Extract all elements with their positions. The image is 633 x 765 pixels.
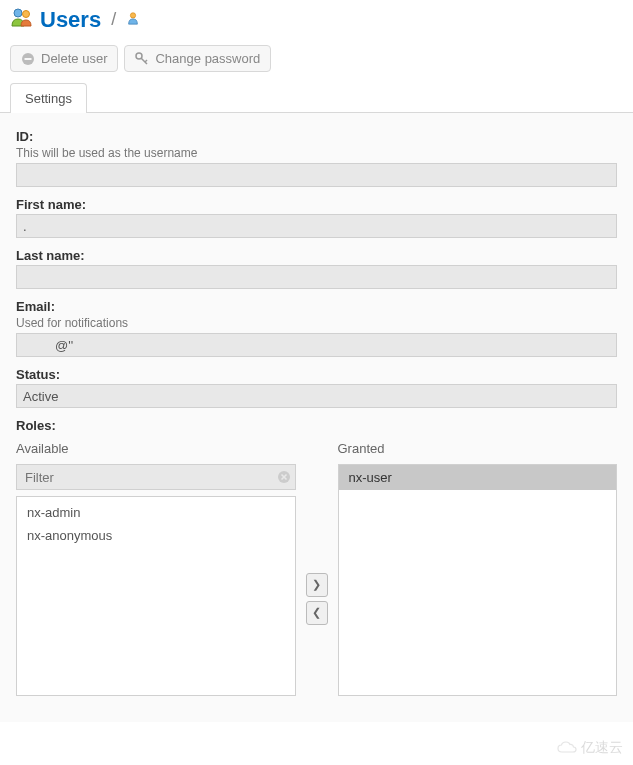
- available-list[interactable]: nx-admin nx-anonymous: [16, 496, 296, 696]
- id-label: ID:: [16, 129, 617, 144]
- email-input[interactable]: [16, 333, 617, 357]
- email-label: Email:: [16, 299, 617, 314]
- filter-wrap: [16, 464, 296, 490]
- svg-rect-4: [25, 58, 32, 60]
- form-group-email: Email: Used for notifications: [16, 299, 617, 357]
- page-header: Users /: [0, 0, 633, 43]
- move-left-button[interactable]: ❮: [306, 601, 328, 625]
- watermark: 亿速云: [556, 739, 623, 757]
- breadcrumb-separator: /: [111, 9, 116, 30]
- svg-point-2: [131, 13, 136, 18]
- tab-settings[interactable]: Settings: [10, 83, 87, 113]
- form-group-last-name: Last name:: [16, 248, 617, 289]
- minus-circle-icon: [21, 52, 35, 66]
- last-name-input[interactable]: [16, 265, 617, 289]
- change-password-button[interactable]: Change password: [124, 45, 271, 72]
- user-small-icon: [126, 11, 140, 28]
- status-input[interactable]: [16, 384, 617, 408]
- watermark-text: 亿速云: [581, 739, 623, 757]
- svg-point-0: [14, 9, 22, 17]
- roles-granted-col: Granted nx-user: [338, 441, 618, 696]
- last-name-label: Last name:: [16, 248, 617, 263]
- chevron-right-icon: ❯: [312, 578, 321, 591]
- list-item[interactable]: nx-anonymous: [17, 524, 295, 547]
- list-item[interactable]: nx-admin: [17, 501, 295, 524]
- roles-label: Roles:: [16, 418, 617, 433]
- form-group-first-name: First name:: [16, 197, 617, 238]
- form-group-status: Status:: [16, 367, 617, 408]
- toolbar: Delete user Change password: [0, 43, 633, 82]
- email-hint: Used for notifications: [16, 316, 617, 330]
- granted-label: Granted: [338, 441, 618, 456]
- id-hint: This will be used as the username: [16, 146, 617, 160]
- first-name-input[interactable]: [16, 214, 617, 238]
- chevron-left-icon: ❮: [312, 606, 321, 619]
- form-group-id: ID: This will be used as the username: [16, 129, 617, 187]
- transfer-buttons: ❯ ❮: [306, 441, 328, 696]
- id-input[interactable]: [16, 163, 617, 187]
- roles-available-col: Available nx-admin nx-a: [16, 441, 296, 696]
- move-right-button[interactable]: ❯: [306, 573, 328, 597]
- clear-filter-icon[interactable]: [277, 470, 291, 484]
- delete-user-button[interactable]: Delete user: [10, 45, 118, 72]
- first-name-label: First name:: [16, 197, 617, 212]
- form-group-roles: Roles: Available: [16, 418, 617, 696]
- filter-input[interactable]: [16, 464, 296, 490]
- roles-transfer: Available nx-admin nx-a: [16, 441, 617, 696]
- delete-user-label: Delete user: [41, 51, 107, 66]
- settings-panel: ID: This will be used as the username Fi…: [0, 112, 633, 722]
- svg-point-1: [23, 11, 30, 18]
- list-item[interactable]: nx-user: [339, 465, 617, 490]
- granted-list[interactable]: nx-user: [338, 464, 618, 696]
- cloud-icon: [556, 741, 578, 755]
- tabs: Settings: [0, 82, 633, 112]
- users-icon: [10, 6, 34, 33]
- change-password-label: Change password: [155, 51, 260, 66]
- available-label: Available: [16, 441, 296, 456]
- key-icon: [135, 52, 149, 66]
- svg-line-7: [145, 60, 147, 62]
- status-label: Status:: [16, 367, 617, 382]
- page-title: Users: [40, 7, 101, 33]
